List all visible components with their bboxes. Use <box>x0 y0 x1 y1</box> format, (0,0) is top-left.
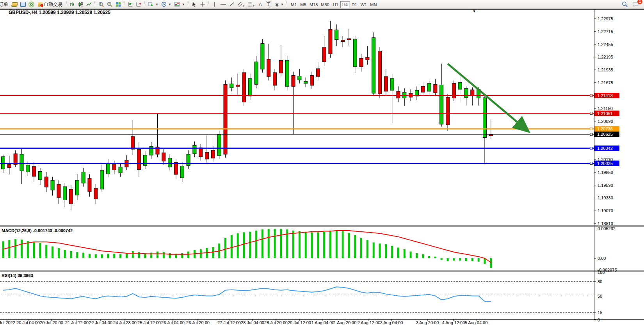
candle <box>483 98 486 137</box>
candle <box>69 189 73 204</box>
candle <box>38 171 42 179</box>
deposit-button[interactable] <box>11 0 19 8</box>
crosshair-tool-button[interactable] <box>199 0 206 8</box>
candlestick-mode-button[interactable] <box>77 0 85 8</box>
candle <box>440 85 443 124</box>
timeframe-h1[interactable]: H1 <box>331 1 340 8</box>
search-icon <box>622 1 628 7</box>
crosshair-icon <box>200 2 205 7</box>
trend-arrow[interactable] <box>448 64 527 130</box>
candle <box>427 83 431 91</box>
candle <box>224 84 227 154</box>
bar-chart-mode-button[interactable] <box>69 0 76 8</box>
time-label: 26 Jul 04:00 <box>161 320 185 325</box>
timeframe-m5[interactable]: M5 <box>299 1 308 8</box>
zoom-in-icon <box>98 2 104 7</box>
zoom-out-button[interactable] <box>106 0 114 8</box>
vertical-line-icon <box>213 2 217 7</box>
tile-windows-button[interactable] <box>114 0 122 8</box>
new-order-button[interactable]: 订单 <box>0 0 10 8</box>
timeframe-m15[interactable]: M15 <box>308 1 319 8</box>
rsi-axis-label: 50 <box>598 294 602 298</box>
arrows-tool-button[interactable]: ▼ <box>273 0 285 8</box>
signal-icon <box>28 2 34 7</box>
cursor-tool-button[interactable] <box>190 0 198 8</box>
search-button[interactable] <box>621 0 629 8</box>
auto-scroll-button[interactable] <box>126 0 134 8</box>
macd-axis-label: 0.005232 <box>598 226 616 231</box>
auto-trading-button[interactable]: 自动交易 <box>36 0 64 8</box>
chart-area[interactable]: 1.214131.210511.207361.206251.203421.200… <box>0 9 644 325</box>
candle <box>119 167 122 173</box>
timeframe-w1[interactable]: W1 <box>359 1 369 8</box>
candle <box>446 97 450 125</box>
fibo-letter: F <box>253 4 255 8</box>
time-label: 20 Jul 20:00 <box>40 320 63 325</box>
chart-title: GBPUSD-,H4 1.20599 1.20929 1.20538 1.206… <box>9 10 110 15</box>
timeframe-mn[interactable]: MN <box>368 1 378 8</box>
macd-histogram-bar <box>280 229 282 258</box>
time-label: 20 Jul 04:00 <box>16 320 40 325</box>
price-tick-label: 1.22975 <box>598 16 613 21</box>
candle <box>464 88 468 98</box>
macd-axis-label: 0.00 <box>598 256 606 261</box>
candle <box>230 84 233 88</box>
horizontal-line-tool-button[interactable] <box>219 0 228 8</box>
timeframe-m30[interactable]: M30 <box>319 1 331 8</box>
candle <box>310 76 314 85</box>
price-tick-label: 1.19590 <box>598 183 613 188</box>
terminal-button[interactable] <box>19 0 27 8</box>
notifications-button[interactable]: 1 <box>632 0 640 8</box>
macd-histogram-bar <box>113 254 115 258</box>
channel-tool-button[interactable]: E <box>236 0 246 8</box>
macd-histogram-bar <box>262 229 263 258</box>
macd-histogram-bar <box>299 231 301 258</box>
period-button[interactable]: ▼ <box>160 0 173 8</box>
candle <box>273 73 277 85</box>
chart-canvas[interactable]: 1.214131.210511.207361.206251.203421.200… <box>0 9 644 325</box>
timeframe-h4[interactable]: H4 <box>340 1 350 8</box>
timeframe-m1[interactable]: M1 <box>289 1 299 8</box>
candle <box>7 165 11 168</box>
macd-histogram-bar <box>119 254 121 258</box>
macd-histogram-bar <box>416 253 418 258</box>
indicators-button[interactable]: ▼ <box>173 0 186 8</box>
auto-trading-icon <box>38 2 43 7</box>
macd-histogram-bar <box>243 232 245 258</box>
candle <box>316 69 320 76</box>
vertical-line-tool-button[interactable] <box>211 0 219 8</box>
text-label-tool-button[interactable]: T <box>265 0 272 8</box>
candle <box>372 38 375 93</box>
time-label: 1 Aug 20:00 <box>334 320 357 325</box>
channel-icon <box>237 2 243 7</box>
time-label: 21 Jul 12:00 <box>65 320 89 325</box>
chart-shift-button[interactable] <box>135 0 142 8</box>
macd-histogram-bar <box>224 238 226 258</box>
price-tick-label: 1.21150 <box>598 106 613 111</box>
chart-shift-icon <box>136 2 141 7</box>
toolbar-separator <box>144 1 146 7</box>
monitor-icon <box>20 2 26 7</box>
candle <box>174 163 178 174</box>
new-chart-button[interactable]: ▼ <box>147 0 160 8</box>
trendline-icon <box>229 2 235 7</box>
trendline-tool-button[interactable] <box>228 0 236 8</box>
line-chart-mode-button[interactable] <box>85 0 93 8</box>
candle <box>359 58 363 66</box>
price-tick-label: 1.21675 <box>598 80 613 85</box>
macd-histogram-bar <box>268 229 270 258</box>
signal-button[interactable] <box>27 0 36 8</box>
candle <box>292 76 295 87</box>
fibonacci-tool-button[interactable]: F <box>246 0 256 8</box>
candle <box>131 137 135 149</box>
time-label: 2 Aug 12:00 <box>358 320 381 325</box>
zoom-in-button[interactable] <box>97 0 105 8</box>
auto-trading-label: 自动交易 <box>44 1 62 8</box>
candle <box>51 180 54 190</box>
macd-histogram-bar <box>132 251 134 258</box>
line-chart-icon <box>86 2 92 7</box>
candle <box>384 76 388 91</box>
text-tool-button[interactable]: A <box>256 0 264 8</box>
timeframe-d1[interactable]: D1 <box>350 1 359 8</box>
rsi-label: RSI(14) 38.3863 <box>2 273 33 278</box>
